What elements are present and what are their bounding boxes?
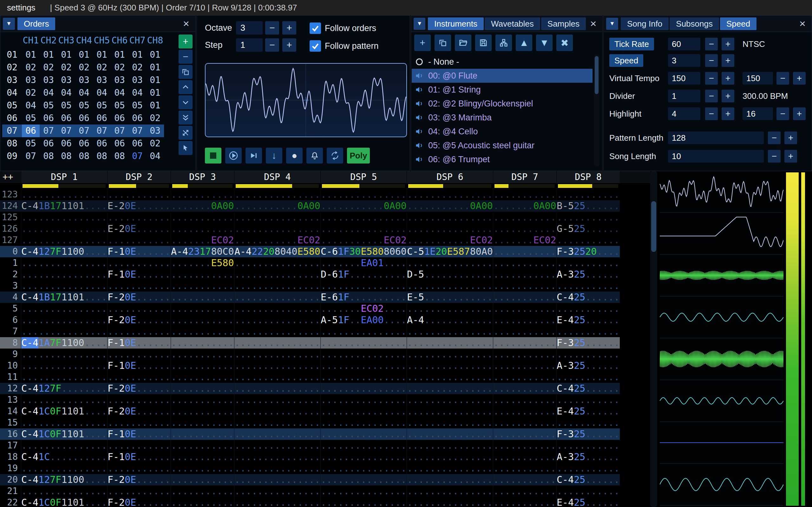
order-cell[interactable]: 01 [93, 49, 111, 61]
pattern-cell[interactable]: ........... [493, 486, 556, 497]
step-row-button[interactable]: ↓ [266, 148, 282, 164]
pattern-cell[interactable]: ............... [320, 429, 407, 440]
tick-rate-input[interactable]: 60 [668, 38, 700, 50]
pattern-cell[interactable]: C-4127F1100.... [21, 246, 107, 257]
close-icon[interactable]: × [180, 17, 193, 31]
instrument-item-none[interactable]: - None - [412, 55, 593, 69]
collapse-icon[interactable]: ▼ [606, 18, 618, 30]
order-cell[interactable]: 02 [75, 61, 93, 74]
pattern-cell[interactable]: ............... [320, 372, 407, 383]
order-cell[interactable]: 03 [57, 74, 75, 87]
pattern-cell[interactable]: ............... [407, 451, 493, 463]
pattern-cell[interactable]: F-20E...... [107, 497, 171, 507]
pattern-cell[interactable]: E-5............ [407, 291, 493, 303]
order-cell[interactable]: 05 [22, 137, 40, 150]
pattern-cell[interactable]: ............... [320, 474, 407, 486]
scrollbar-thumb[interactable] [651, 201, 656, 252]
pattern-cell[interactable]: ............... [234, 189, 320, 200]
pattern-cell[interactable]: F-10E...... [107, 269, 171, 280]
pattern-cell[interactable]: ........... [556, 463, 620, 474]
pattern-cell[interactable]: C-41B171101.... [21, 200, 107, 212]
order-cell[interactable]: 05 [75, 99, 93, 112]
pattern-cell[interactable]: ............... [320, 360, 407, 372]
pattern-cell[interactable]: ........... [493, 246, 556, 257]
order-cell[interactable]: 04 [129, 87, 146, 99]
order-cell[interactable]: 08 [57, 150, 75, 163]
pattern-cell[interactable]: .......EC02 [171, 234, 234, 246]
pattern-cell[interactable]: ........... [493, 360, 556, 372]
pattern-cell[interactable]: F-32520.... [556, 246, 620, 257]
pattern-cell[interactable]: ............... [234, 212, 320, 223]
pattern-cell[interactable]: ........... [556, 280, 620, 291]
pattern-cell[interactable]: ............... [21, 234, 107, 246]
order-row-number[interactable]: 07 [2, 124, 22, 137]
tab-subsongs[interactable]: Subsongs [670, 17, 719, 30]
pattern-cell[interactable]: ............... [407, 429, 493, 440]
open-instrument-button[interactable] [455, 35, 471, 51]
pattern-cell[interactable]: ............... [407, 326, 493, 337]
pattern-cell[interactable]: ............... [234, 406, 320, 417]
order-cell[interactable]: 05 [93, 99, 111, 112]
pattern-cell[interactable]: ........... [556, 189, 620, 200]
order-cell[interactable]: 02 [93, 61, 111, 74]
pattern-cell[interactable]: ............... [320, 349, 407, 360]
pattern-cell[interactable]: .......EC02 [493, 234, 556, 246]
order-cell[interactable]: 07 [129, 150, 146, 163]
pattern-cell[interactable]: ............... [234, 337, 320, 349]
divider-input[interactable]: 1 [668, 90, 700, 102]
pattern-cell[interactable]: ........... [171, 326, 234, 337]
pattern-cell[interactable]: ............... [234, 486, 320, 497]
order-cell[interactable]: 01 [22, 49, 40, 61]
pattern-cell[interactable]: C-425...... [556, 474, 620, 486]
pattern-cell[interactable]: ............... [320, 486, 407, 497]
pattern-cell[interactable]: .......EC02.... [320, 303, 407, 314]
pattern-cell[interactable]: ........... [493, 257, 556, 269]
pattern-cell[interactable]: ............... [21, 269, 107, 280]
pattern-cell[interactable]: ........... [556, 303, 620, 314]
pattern-cell[interactable]: ...........EC02 [320, 234, 407, 246]
patchbay-button[interactable] [496, 35, 512, 51]
pattern-cell[interactable]: ............... [21, 303, 107, 314]
divider-decrement[interactable]: − [705, 90, 718, 102]
pattern-cell[interactable]: ........... [171, 440, 234, 451]
delete-instrument-button[interactable]: ✖ [556, 35, 573, 51]
pattern-cell[interactable]: .......E580 [171, 257, 234, 269]
pattern-cell[interactable]: ............... [234, 349, 320, 360]
pattern-cell[interactable]: ........... [107, 234, 171, 246]
highlight-first-increment[interactable]: + [722, 107, 734, 120]
pattern-cell[interactable]: E-61F.......... [320, 291, 407, 303]
order-cell[interactable]: 01 [146, 61, 164, 74]
virtual-tempo-num-increment[interactable]: + [722, 72, 734, 84]
order-cell[interactable]: 02 [146, 137, 164, 150]
collapse-icon[interactable]: ▼ [3, 18, 15, 30]
order-cell[interactable]: 08 [93, 150, 111, 163]
order-cell[interactable]: 03 [75, 74, 93, 87]
tab-wavetables[interactable]: Wavetables [485, 17, 540, 30]
order-cell[interactable]: 06 [75, 112, 93, 124]
channel-header-dsp-2[interactable]: DSP 2 [107, 171, 171, 183]
pattern-cell[interactable]: ........... [171, 280, 234, 291]
order-cell[interactable]: 03 [129, 74, 146, 87]
pattern-cell[interactable]: A-422208040E580 [234, 246, 320, 257]
step-increment-button[interactable]: + [282, 38, 296, 52]
pattern-cell[interactable]: ...........0A00 [407, 200, 493, 212]
speed-increment[interactable]: + [722, 54, 734, 67]
order-cell[interactable]: 03 [40, 74, 57, 87]
play-pattern-button[interactable] [246, 148, 262, 164]
order-cell[interactable]: 02 [22, 61, 40, 74]
pattern-cell[interactable]: ............... [407, 280, 493, 291]
order-cell[interactable]: 07 [129, 124, 146, 137]
pattern-cell[interactable]: ........... [556, 234, 620, 246]
duplicate-order-end-button[interactable] [179, 111, 193, 124]
pattern-cell[interactable]: ............... [234, 429, 320, 440]
pattern-cell[interactable]: ........... [107, 440, 171, 451]
move-order-up-button[interactable] [179, 80, 193, 94]
pattern-cell[interactable]: ............... [21, 223, 107, 234]
order-cell[interactable]: 03 [22, 74, 40, 87]
order-cell[interactable]: 05 [57, 99, 75, 112]
order-cell[interactable]: 07 [22, 150, 40, 163]
order-cell[interactable]: 07 [40, 124, 57, 137]
pattern-cell[interactable]: ........... [493, 291, 556, 303]
move-order-down-button[interactable] [179, 95, 193, 109]
channel-header-dsp-3[interactable]: DSP 3 [171, 171, 234, 183]
